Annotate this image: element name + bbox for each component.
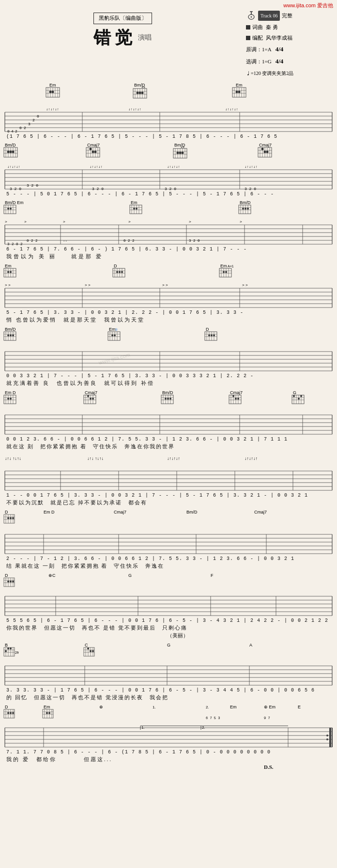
song-subtitle: 演唱 — [138, 33, 152, 42]
svg-text:Bm/D Em: Bm/D Em — [5, 200, 24, 205]
square-icon1 — [246, 25, 250, 29]
track-number-badge: Track 06 — [258, 11, 280, 21]
svg-text:↓↑↓↑↓↑: ↓↑↓↑↓↑ — [128, 108, 141, 111]
svg-text:Bm/D: Bm/D — [5, 327, 16, 332]
notation-row-4: 5 - 1 7 6 5 | 3. 3 3 - | 0 0 3 2 1 | 2. … — [2, 309, 335, 316]
svg-text:D: D — [206, 327, 209, 332]
svg-point-216 — [223, 271, 225, 273]
svg-text:Em: Em — [44, 705, 50, 709]
svg-point-286 — [7, 398, 9, 400]
music-system-4: Em D — [2, 263, 335, 325]
svg-text:↓↑↓↑↓↑: ↓↑↓↑↓↑ — [167, 456, 180, 461]
svg-point-331 — [298, 398, 300, 400]
svg-text:> >: > > — [242, 284, 248, 287]
tab-staff-9 — [2, 592, 335, 618]
song-title-char2: 觉 — [115, 26, 132, 50]
svg-text:4: 4 — [11, 129, 14, 133]
svg-text:>: > — [240, 221, 242, 224]
svg-text:Em: Em — [131, 200, 138, 205]
svg-text:Cmaj7: Cmaj7 — [87, 143, 100, 147]
square-icon2 — [246, 36, 250, 40]
svg-text:Cmaj7: Cmaj7 — [254, 510, 267, 515]
website-url: www.ijita.com 爱吉他 — [4, 2, 333, 9]
svg-text:Em: Em — [5, 264, 12, 268]
svg-text:9 7: 9 7 — [264, 716, 270, 720]
svg-text:Em: Em — [220, 264, 227, 268]
svg-point-4 — [251, 16, 252, 18]
svg-text:B: B — [5, 643, 8, 647]
svg-point-217 — [225, 271, 227, 273]
svg-point-437 — [90, 650, 92, 652]
svg-point-296 — [87, 395, 89, 397]
svg-point-287 — [10, 398, 12, 400]
svg-point-241 — [7, 335, 9, 337]
svg-point-438 — [92, 650, 94, 652]
svg-text:Em: Em — [236, 83, 243, 88]
svg-point-73 — [12, 151, 15, 153]
tempo-line: ♩=120 变调夹夹第2品 — [246, 69, 333, 78]
svg-text:↓↑↓↑↓↑: ↓↑↓↑↓↑ — [7, 166, 20, 169]
lyrics-row-5: 就充满着善 良 也曾以为善良 就可以得到 补偿 — [2, 379, 335, 388]
svg-point-72 — [10, 151, 12, 153]
svg-point-308 — [167, 398, 169, 400]
svg-text:↓↑↓↑↓↑: ↓↑↓↑↓↑ — [245, 166, 258, 169]
music-system-5: Bm/D Em ① — [2, 326, 335, 388]
svg-text:2: 2 — [24, 126, 26, 130]
svg-point-150 — [136, 208, 138, 210]
tab-staff-4: > > > > > > > > — [2, 284, 335, 309]
svg-point-108 — [261, 148, 264, 150]
svg-text:Em: Em — [230, 705, 237, 709]
arranger-line: 编配 风华李成福 — [246, 33, 333, 43]
svg-point-264 — [211, 335, 213, 337]
svg-text:D: D — [5, 705, 8, 709]
svg-text:3 2 0: 3 2 0 — [245, 187, 256, 191]
chord-diagram-row-4: Em D — [2, 263, 335, 284]
svg-point-85 — [94, 151, 97, 153]
svg-point-83 — [90, 148, 92, 150]
arranger-value: 风华李成福 — [266, 33, 292, 43]
svg-text:Cmaj7: Cmaj7 — [85, 390, 97, 395]
original-key: 原调：1=A — [246, 44, 272, 55]
svg-point-375 — [12, 517, 14, 519]
svg-point-436 — [87, 647, 89, 649]
svg-text:2: 2 — [15, 129, 17, 133]
svg-text:A: A — [249, 643, 252, 647]
original-key-line: 原调：1=A 4/4 — [246, 44, 333, 56]
svg-point-97 — [179, 152, 182, 154]
chord-diagram-row-6: Em D Cmaj7 — [2, 389, 335, 411]
lyric-composer-label: 词曲 — [252, 22, 263, 32]
chord-diagram-row-7: ↓↑↓ ↑↓↑↓ ↓↑↓ ↑↓↑↓ ↓↑↓↑↓↑ ↓↑↓↑↓↑ — [2, 453, 335, 467]
svg-text:3 2 0 2: 3 2 0 2 — [7, 242, 23, 246]
svg-point-320 — [237, 398, 239, 400]
notation-row-11: 7. 1 1. 7 7 0 8 5 | 6 - - - | 6 - (1 7 8… — [2, 749, 335, 755]
svg-point-265 — [213, 335, 215, 337]
svg-point-307 — [165, 398, 167, 400]
page-header: www.ijita.com 爱吉他 黑豹乐队〔编曲版〕 错 觉 演唱 — [0, 0, 337, 81]
svg-text:Bm/D: Bm/D — [240, 200, 251, 205]
svg-text:0: 0 — [7, 129, 10, 133]
svg-text:0: 0 — [19, 126, 22, 130]
svg-point-159 — [242, 208, 244, 210]
svg-point-149 — [133, 208, 135, 210]
svg-point-467 — [12, 712, 14, 714]
time-sig1: 4/4 — [276, 44, 284, 56]
tab-staff-2: ↓↑↓↑↓↑ ↓↑↓↑↓↑ ↓↑↓↑↓↑ ↓↑↓↑↓↑ 3 2 0 3 2 0 … — [2, 166, 335, 191]
svg-text:3: 3 — [28, 122, 31, 126]
music-system-1: Em Bm/D ×× — [2, 82, 335, 140]
svg-point-96 — [177, 152, 179, 154]
music-system-10: B C G A 2fr — [2, 642, 335, 703]
svg-rect-2 — [250, 11, 253, 12]
notation-row-8: 2 - - - | 7 - 1 2 | 3. 6 6 - | 0 0 6 6 1… — [2, 556, 335, 562]
notation-row-2: 5 - - - | 5 0 1 7 6 5 | 6 - - - | 6 - 1 … — [2, 191, 335, 197]
svg-point-401 — [12, 581, 14, 583]
svg-text:E: E — [298, 705, 301, 709]
svg-rect-468 — [43, 709, 53, 718]
svg-text:↓↑↓↑↓↑: ↓↑↓↑↓↑ — [225, 108, 238, 111]
chord-diagram-row-2: Bm/D Cmaj7 — [2, 142, 335, 166]
bracketed-subtitle: 黑豹乐队〔编曲版〕 — [93, 13, 152, 24]
svg-text:⊕: ⊕ — [99, 705, 103, 709]
tab-staff-7 — [2, 467, 335, 492]
svg-point-206 — [121, 271, 123, 273]
svg-text:↓↑↓↑↓↑: ↓↑↓↑↓↑ — [245, 456, 258, 461]
svg-text:G: G — [167, 643, 170, 647]
